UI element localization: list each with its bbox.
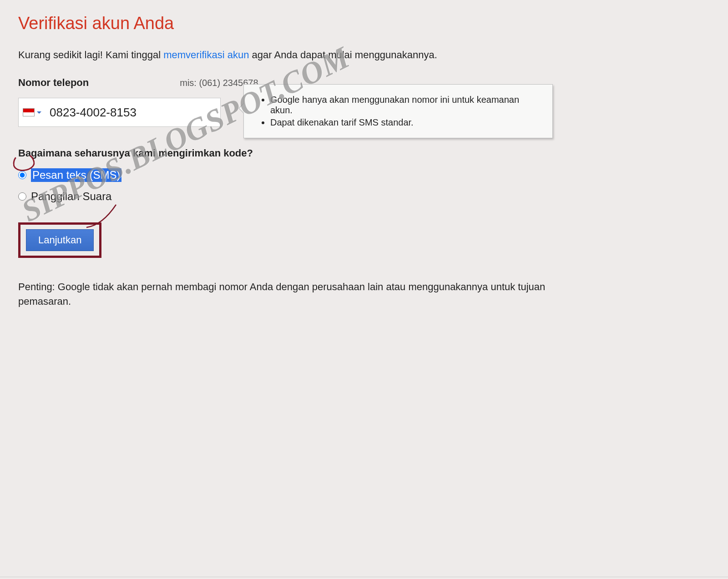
verify-link[interactable]: memverifikasi akun (163, 49, 249, 60)
phone-label: Nomor telepon (18, 77, 89, 89)
radio-sms-label: Pesan teks (SMS) (31, 168, 121, 182)
divider (0, 577, 728, 577)
radio-voice-input[interactable] (18, 192, 26, 201)
continue-button-highlight: Lanjutkan (18, 222, 101, 258)
page-title: Verifikasi akun Anda (18, 14, 710, 33)
flag-indonesia-icon[interactable] (23, 109, 34, 116)
continue-button[interactable]: Lanjutkan (26, 229, 94, 251)
intro-text: Kurang sedikit lagi! Kami tinggal memver… (18, 49, 710, 61)
phone-tooltip: Google hanya akan menggunakan nomor ini … (243, 84, 553, 138)
radio-voice[interactable]: Panggilan Suara (18, 190, 710, 203)
delivery-question: Bagaimana seharusnya kami mengirimkan ko… (18, 147, 710, 159)
radio-sms[interactable]: Pesan teks (SMS) (18, 168, 710, 182)
radio-voice-label: Panggilan Suara (31, 190, 111, 203)
radio-sms-input[interactable] (18, 171, 26, 179)
phone-input[interactable] (50, 106, 216, 120)
tooltip-item-2: Dapat dikenakan tarif SMS standar. (270, 117, 543, 128)
important-note: Penting: Google tidak akan pernah membag… (18, 280, 546, 309)
caret-down-icon[interactable] (37, 111, 41, 114)
intro-after: agar Anda dapat mulai menggunakannya. (249, 49, 437, 60)
intro-before: Kurang sedikit lagi! Kami tinggal (18, 49, 163, 60)
tooltip-item-1: Google hanya akan menggunakan nomor ini … (270, 95, 543, 116)
phone-input-group[interactable] (18, 98, 221, 127)
